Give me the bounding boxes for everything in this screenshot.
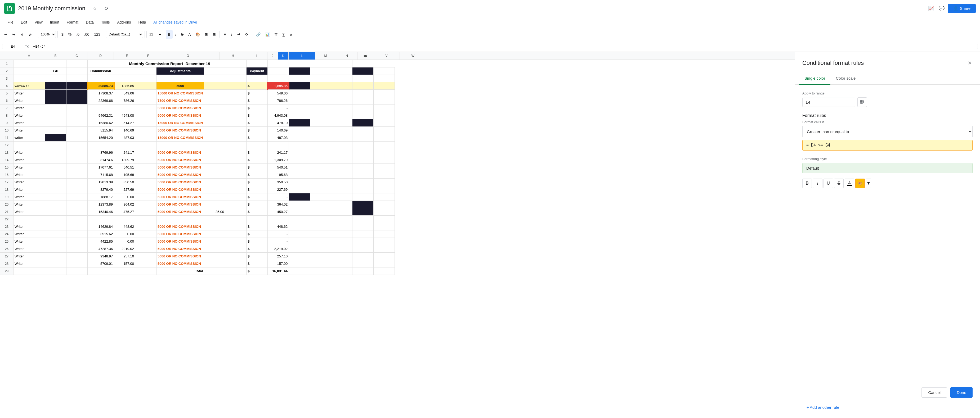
filter-button[interactable]: ▽ bbox=[272, 30, 280, 39]
chart-icon-btn[interactable]: 📈 bbox=[927, 4, 935, 13]
tab-color-scale[interactable]: Color scale bbox=[830, 72, 861, 85]
row-num-2[interactable]: 2 bbox=[0, 68, 13, 75]
formatting-style-label: Formatting style bbox=[802, 157, 973, 161]
menu-file[interactable]: File bbox=[4, 19, 17, 25]
doc-title[interactable]: 2019 Monthly commission bbox=[18, 5, 85, 12]
strikethrough-style-button[interactable]: S bbox=[834, 179, 844, 188]
col-header-v[interactable]: V bbox=[373, 52, 400, 60]
fill-color-style-button[interactable]: 🎨 bbox=[855, 179, 865, 188]
print-button[interactable]: 🖨 bbox=[18, 30, 26, 39]
comment-btn[interactable]: 💬 bbox=[937, 4, 946, 13]
tab-single-color[interactable]: Single color bbox=[799, 72, 830, 85]
panel-close-button[interactable]: × bbox=[967, 58, 973, 68]
menu-edit[interactable]: Edit bbox=[18, 19, 30, 25]
col-header-w[interactable]: W bbox=[400, 52, 426, 60]
redo-button[interactable]: ↪ bbox=[10, 30, 18, 39]
col-header-i[interactable]: I bbox=[246, 52, 267, 60]
col-header-e[interactable]: E bbox=[114, 52, 140, 60]
rotate-button[interactable]: ⟳ bbox=[243, 30, 250, 39]
range-input[interactable] bbox=[802, 98, 855, 107]
col-header-n[interactable]: N bbox=[336, 52, 358, 60]
rule-select[interactable]: Greater than or equal to Is empty Is not… bbox=[802, 126, 973, 137]
bold-style-button[interactable]: B bbox=[802, 179, 812, 188]
halign-button[interactable]: ≡ bbox=[221, 30, 228, 39]
col-header-f[interactable]: F bbox=[140, 52, 156, 60]
bold-button[interactable]: B bbox=[166, 30, 173, 39]
currency-button[interactable]: $ bbox=[59, 30, 66, 39]
menu-insert[interactable]: Insert bbox=[47, 19, 62, 25]
add-another-rule-button[interactable]: + Add another rule bbox=[802, 402, 843, 413]
cell-reference-input[interactable] bbox=[2, 44, 23, 49]
cancel-button[interactable]: Cancel bbox=[921, 387, 947, 397]
decimal1-button[interactable]: .0 bbox=[74, 30, 81, 39]
table-row: 24 Writer 3515.62 0.00 5000 OR NO COMMIS… bbox=[0, 230, 395, 238]
font-size-select[interactable]: 11 bbox=[146, 31, 162, 38]
menu-addons[interactable]: Add-ons bbox=[114, 19, 134, 25]
menu-view[interactable]: View bbox=[32, 19, 46, 25]
format123-button[interactable]: 123 bbox=[92, 30, 102, 39]
percent-button[interactable]: % bbox=[66, 30, 73, 39]
spreadsheet[interactable]: A B C D E F G H I J K L M N ◀▶ V W 1 bbox=[0, 52, 795, 418]
fill-color-button[interactable]: 🎨 bbox=[193, 30, 202, 39]
col-header-c[interactable]: C bbox=[66, 52, 88, 60]
text-color-button[interactable]: A bbox=[186, 30, 193, 39]
table-row: 3 bbox=[0, 75, 395, 82]
row-num-4[interactable]: 4 bbox=[0, 82, 13, 90]
menu-help[interactable]: Help bbox=[135, 19, 150, 25]
table-row: 11 writer 15654.20 487.03 15000 OR NO CO… bbox=[0, 134, 395, 141]
italic-button[interactable]: I bbox=[173, 30, 178, 39]
range-grid-button[interactable] bbox=[858, 97, 867, 107]
formula-box[interactable]: = D4 >= G4 bbox=[802, 140, 973, 150]
col-header-a[interactable]: A bbox=[13, 52, 45, 60]
separator5 bbox=[164, 31, 164, 38]
table-row: 19 Writer 1888.17 0.00 5000 OR NO COMMIS… bbox=[0, 193, 395, 201]
star-button[interactable]: ☆ bbox=[91, 4, 99, 13]
table-row: 29 Total $ 16,031.44 bbox=[0, 268, 395, 275]
col-header-h[interactable]: H bbox=[220, 52, 246, 60]
col-header-b[interactable]: B bbox=[45, 52, 66, 60]
col-header-m[interactable]: M bbox=[315, 52, 336, 60]
link-button[interactable]: 🔗 bbox=[254, 30, 262, 39]
row-num-1[interactable]: 1 bbox=[0, 60, 13, 68]
row-num-3[interactable]: 3 bbox=[0, 75, 13, 82]
valign-button[interactable]: ↕ bbox=[229, 30, 235, 39]
fill-color-dropdown[interactable]: ▼ bbox=[866, 179, 871, 188]
paint-format-button[interactable]: 🖌 bbox=[27, 30, 34, 39]
table-row: 20 Writer 12373.89 364.02 5000 OR NO COM… bbox=[0, 201, 395, 208]
done-button[interactable]: Done bbox=[950, 387, 973, 397]
menu-tools[interactable]: Tools bbox=[98, 19, 113, 25]
col-header-nav[interactable]: ◀▶ bbox=[358, 52, 373, 60]
menu-format[interactable]: Format bbox=[64, 19, 81, 25]
col-header-l[interactable]: L bbox=[289, 52, 315, 60]
history-button[interactable]: ⟳ bbox=[102, 4, 111, 13]
collapse-toolbar-button[interactable]: ∧ bbox=[288, 30, 294, 39]
menu-data[interactable]: Data bbox=[83, 19, 97, 25]
strikethrough-button[interactable]: S bbox=[179, 30, 186, 39]
table-row: 2 GP Commission Adjustments Payment bbox=[0, 68, 395, 75]
underline-style-button[interactable]: U bbox=[824, 179, 833, 188]
share-button[interactable]: 👤 Share bbox=[948, 4, 976, 13]
zoom-select[interactable]: 100% bbox=[38, 31, 56, 38]
format-rules-section: Format rules Format cells if... Greater … bbox=[802, 113, 973, 150]
col-header-d[interactable]: D bbox=[88, 52, 114, 60]
col-header-j[interactable]: J bbox=[267, 52, 278, 60]
table-row: 7 Writer 5000 OR NO COMMISSION $ - bbox=[0, 104, 395, 112]
merge-button[interactable]: ⊟ bbox=[210, 30, 218, 39]
undo-button[interactable]: ↩ bbox=[2, 30, 10, 39]
text-color-style-button[interactable]: A bbox=[845, 179, 854, 188]
function-button[interactable]: ∑ bbox=[280, 30, 287, 39]
font-family-select[interactable]: Default (Ca...) bbox=[106, 31, 143, 38]
formula-input[interactable] bbox=[31, 44, 978, 49]
format-rules-title: Format rules bbox=[802, 113, 973, 118]
grid-container[interactable]: 1 Monthly Commission Report- December 19… bbox=[0, 60, 795, 418]
chart-button[interactable]: 📊 bbox=[263, 30, 272, 39]
col-header-k[interactable]: K bbox=[278, 52, 289, 60]
decimal2-button[interactable]: .00 bbox=[82, 30, 91, 39]
style-preview: Default bbox=[802, 163, 973, 173]
svg-rect-2 bbox=[860, 103, 862, 104]
borders-button[interactable]: ⊞ bbox=[202, 30, 210, 39]
wrap-button[interactable]: ↵ bbox=[235, 30, 243, 39]
table-row: 13 Writer 8769.96 241.17 5000 OR NO COMM… bbox=[0, 149, 395, 156]
col-header-g[interactable]: G bbox=[156, 52, 220, 60]
italic-style-button[interactable]: I bbox=[813, 179, 822, 188]
